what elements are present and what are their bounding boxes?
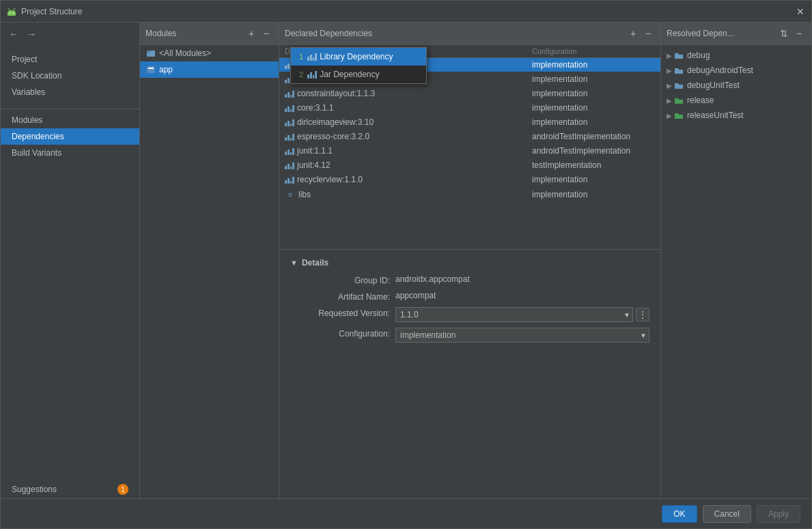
dropdown-item-library-label: Library Dependency	[320, 52, 393, 61]
details-title: Details	[302, 258, 328, 268]
dropdown-item-jar-label: Jar Dependency	[320, 70, 379, 79]
configuration-label: Configuration:	[301, 328, 390, 343]
modules-remove-button[interactable]: −	[260, 27, 273, 40]
details-collapse-arrow: ▼	[290, 259, 298, 267]
dep-bar-icon-4	[285, 118, 294, 126]
resolved-item-release-unit-test[interactable]: ▶ releaseUnitTest	[661, 108, 811, 123]
sidebar-item-build-variants[interactable]: Build Variants	[1, 145, 139, 161]
deps-col-config-header: Configuration	[532, 47, 655, 55]
release-expand-arrow: ▶	[667, 97, 672, 104]
sidebar-item-suggestions[interactable]: Suggestions 1	[1, 481, 139, 498]
resolved-item-releaseunittest-label: releaseUnitTest	[687, 111, 744, 120]
deps-remove-button[interactable]: −	[641, 27, 655, 40]
deps-add-button[interactable]: +	[626, 27, 640, 40]
sidebar-item-sdk-location[interactable]: SDK Location	[1, 68, 139, 84]
version-select[interactable]: 1.1.01.0.01.2.0	[395, 307, 633, 322]
resolved-remove-button[interactable]: −	[792, 27, 806, 40]
cancel-button[interactable]: Cancel	[703, 505, 751, 523]
dep-row-constraintlayout[interactable]: constraintlayout:1.1.3 implementation	[279, 87, 660, 101]
dep-name-9: libs	[298, 190, 532, 199]
bottom-bar: OK Cancel Apply	[1, 498, 811, 528]
resolved-item-debugunittest-label: debugUnitTest	[687, 81, 740, 90]
dep-name-5: espresso-core:3.2.0	[297, 132, 532, 141]
module-all-label: <All Modules>	[159, 48, 211, 58]
dep-row-junit412[interactable]: junit:4.12 testImplementation	[279, 158, 660, 173]
back-button[interactable]: ←	[6, 27, 21, 42]
nav-controls: ← →	[1, 23, 139, 46]
artifact-name-label: Artifact Name:	[301, 291, 390, 302]
dep-jar-icon-9: ≡	[285, 189, 296, 200]
resolved-item-debug-unit-test[interactable]: ▶ debugUnitTest	[661, 78, 811, 93]
svg-rect-10	[677, 53, 678, 54]
dep-row-circleimageview[interactable]: dirlceimageview:3.10 implementation	[279, 115, 660, 130]
resolved-item-debugandroidtest-label: debugAndroidTest	[687, 66, 753, 75]
details-section: ▼ Details Group ID: androidx.appcompat A…	[279, 249, 660, 351]
module-item-all[interactable]: <All Modules>	[140, 45, 279, 61]
sidebar-nav: Project SDK Location Variables	[1, 46, 139, 106]
app-module-icon	[145, 64, 156, 75]
deps-panel-title: Declared Dependencies	[285, 29, 626, 38]
details-header[interactable]: ▼ Details	[290, 258, 649, 268]
main-content: ← → Project SDK Location Variables Modul…	[1, 23, 811, 498]
sidebar-item-variables[interactable]: Variables	[1, 84, 139, 100]
module-app-label: app	[159, 65, 173, 74]
dep-name-2: constraintlayout:1.1.3	[297, 89, 532, 98]
dropdown-item-2-num: 2	[299, 70, 303, 78]
sidebar-item-dependencies[interactable]: Dependencies	[1, 128, 139, 145]
resolved-item-debug-android-test[interactable]: ▶ debugAndroidTest	[661, 63, 811, 78]
ok-button[interactable]: OK	[662, 505, 697, 523]
dep-config-1: implementation	[532, 74, 655, 84]
resolved-item-debug[interactable]: ▶ debug	[661, 48, 811, 63]
requested-version-label: Requested Version:	[301, 307, 390, 322]
project-structure-dialog: Project Structure ✕ ← → Project SDK Loca…	[0, 0, 812, 529]
releaseunittest-expand-arrow: ▶	[667, 112, 672, 119]
suggestions-label: Suggestions	[12, 485, 57, 494]
resolved-toolbar: ⇅ −	[777, 27, 806, 40]
dep-config-6: androidTestImplementation	[532, 146, 655, 156]
modules-panel-title: Modules	[145, 29, 244, 38]
requested-version-row: 1.1.01.0.01.2.0 ▼ ⋮	[395, 307, 649, 322]
module-item-app[interactable]: app	[140, 61, 279, 78]
dep-config-2: implementation	[532, 89, 655, 98]
releaseunittest-folder-icon	[673, 110, 684, 121]
dep-config-7: testImplementation	[532, 160, 655, 170]
debugunittest-folder-icon	[673, 80, 684, 91]
resolved-sort-button[interactable]: ⇅	[777, 27, 791, 40]
dep-bar-icon-2	[285, 89, 294, 98]
add-dependency-dropdown: 1 Library Dependency 2 Jar Dependency	[290, 47, 427, 84]
version-expand-button[interactable]: ⋮	[636, 308, 649, 321]
apply-button[interactable]: Apply	[757, 505, 800, 523]
dep-row-core[interactable]: core:3.1.1 implementation	[279, 101, 660, 115]
forward-button[interactable]: →	[24, 27, 39, 42]
svg-rect-7	[147, 51, 150, 53]
library-dep-icon	[307, 53, 317, 61]
modules-add-button[interactable]: +	[244, 27, 258, 40]
dep-row-espresso[interactable]: espresso-core:3.2.0 androidTestImplement…	[279, 130, 660, 144]
resolved-panel: Resolved Depen... ⇅ − ▶ debug ▶	[661, 23, 811, 498]
configuration-select[interactable]: implementationdebugImplementationrelease…	[395, 328, 649, 343]
android-logo-icon	[6, 6, 17, 17]
dropdown-item-jar[interactable]: 2 Jar Dependency	[291, 66, 426, 83]
titlebar: Project Structure ✕	[1, 1, 811, 23]
sidebar-item-project[interactable]: Project	[1, 51, 139, 68]
dropdown-item-library[interactable]: 1 Library Dependency	[291, 48, 426, 66]
svg-point-3	[13, 12, 14, 14]
dep-row-recyclerview[interactable]: recyclerview:1.1.0 implementation	[279, 173, 660, 187]
dep-row-libs[interactable]: ≡ libs implementation	[279, 187, 660, 203]
dep-name-8: recyclerview:1.1.0	[297, 175, 532, 184]
configuration-select-wrapper: implementationdebugImplementationrelease…	[395, 328, 649, 343]
debugandroidtest-expand-arrow: ▶	[667, 67, 672, 74]
jar-dep-icon	[307, 70, 317, 78]
resolved-item-release[interactable]: ▶ release	[661, 93, 811, 108]
dep-name-4: dirlceimageview:3.10	[297, 117, 532, 127]
svg-rect-9	[148, 68, 154, 69]
sidebar-item-modules[interactable]: Modules	[1, 112, 139, 128]
close-button[interactable]: ✕	[795, 6, 806, 17]
dep-row-junit111[interactable]: junit:1.1.1 androidTestImplementation	[279, 144, 660, 158]
debugandroidtest-folder-icon	[673, 65, 684, 76]
svg-rect-8	[147, 66, 155, 73]
deps-toolbar: + −	[626, 27, 655, 40]
dep-name-3: core:3.1.1	[297, 103, 532, 113]
resolved-panel-title: Resolved Depen...	[667, 29, 777, 38]
dep-bar-icon-3	[285, 104, 294, 112]
